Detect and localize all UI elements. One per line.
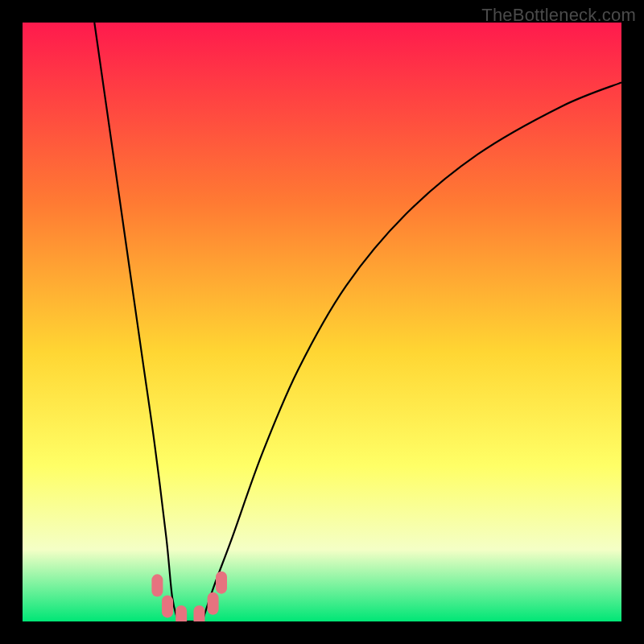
- valley-marker: [216, 572, 227, 594]
- valley-marker: [208, 592, 219, 615]
- valley-marker: [193, 605, 204, 628]
- valley-marker: [151, 574, 163, 597]
- valley-marker: [175, 605, 187, 628]
- bottleneck-plot: [0, 0, 644, 644]
- gradient-panel: [23, 23, 621, 621]
- valley-marker: [162, 595, 173, 617]
- chart-frame: TheBottleneck.com: [0, 0, 644, 644]
- watermark-text: TheBottleneck.com: [481, 5, 636, 26]
